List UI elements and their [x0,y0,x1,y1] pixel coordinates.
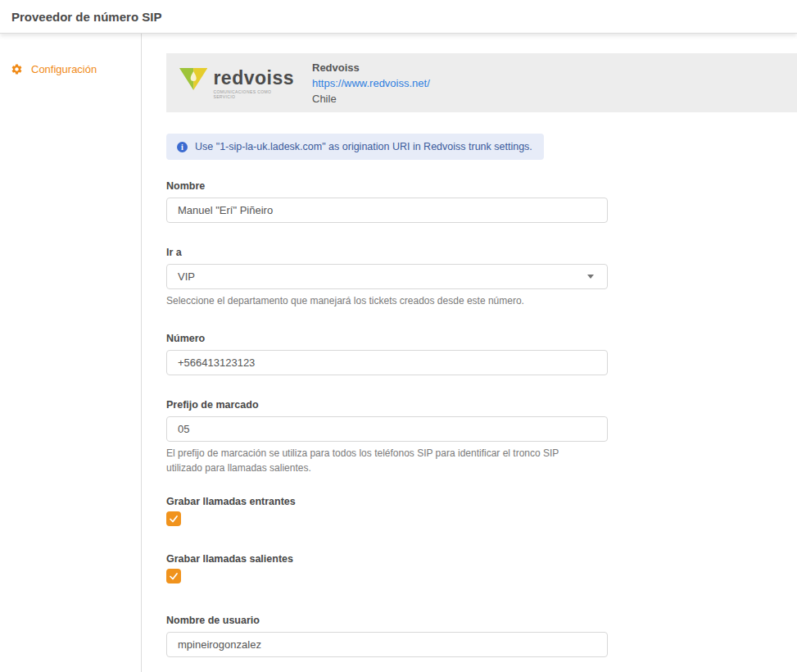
layout: Configuración redvoiss COMUNICACIONES CO… [0,34,797,672]
grabar-salientes-checkbox[interactable] [166,569,181,583]
redvoiss-logo-mark-icon [179,66,207,92]
info-icon: i [177,142,188,152]
sidebar-item-configuracion[interactable]: Configuración [0,63,141,75]
ir-a-select[interactable]: VIP [166,264,608,289]
provider-banner: redvoiss COMUNICACIONES COMO SERVICIO Re… [166,53,797,112]
origination-uri-alert: i Use "1-sip-la-uk.ladesk.com" as origin… [166,134,544,160]
ir-a-selected-value: VIP [178,270,195,283]
prefijo-label: Prefijo de marcado [166,399,608,411]
page-title: Proveedor de número SIP [11,10,161,24]
numero-input[interactable] [166,350,608,375]
field-usuario: Nombre de usuario [166,615,608,657]
redvoiss-logo-text: redvoiss COMUNICACIONES COMO SERVICIO [213,69,294,99]
nombre-input[interactable] [166,198,608,223]
chevron-down-icon [587,275,594,279]
check-icon [169,514,179,524]
check-icon [169,571,179,581]
main-panel: redvoiss COMUNICACIONES COMO SERVICIO Re… [142,34,797,672]
provider-name: Redvoiss [312,60,430,75]
sidebar-item-label: Configuración [31,63,97,75]
sidebar: Configuración [0,34,142,672]
field-prefijo: Prefijo de marcado El prefijo de marcaci… [166,399,608,476]
field-grabar-entrantes: Grabar llamadas entrantes [166,496,608,526]
logo-tagline: COMUNICACIONES COMO SERVICIO [213,89,294,99]
grabar-salientes-label: Grabar llamadas salientes [166,553,608,565]
usuario-input[interactable] [166,632,608,657]
field-ir-a: Ir a VIP Seleccione el departamento que … [166,247,608,309]
logo-wordmark: redvoiss [213,69,294,88]
usuario-label: Nombre de usuario [166,615,608,626]
form-content: i Use "1-sip-la-uk.ladesk.com" as origin… [166,112,608,657]
ir-a-helper-text: Seleccione el departamento que manejará … [166,293,596,309]
provider-country: Chile [312,91,430,107]
gear-icon [11,63,23,75]
prefijo-input[interactable] [166,416,608,442]
field-numero: Número [166,333,608,375]
field-grabar-salientes: Grabar llamadas salientes [166,553,608,583]
numero-label: Número [166,333,608,344]
redvoiss-logo: redvoiss COMUNICACIONES COMO SERVICIO [179,66,294,99]
provider-info: Redvoiss https://www.redvoiss.net/ Chile [312,60,430,107]
ir-a-label: Ir a [166,247,608,258]
nombre-label: Nombre [166,180,608,192]
field-nombre: Nombre [166,180,608,223]
prefijo-helper-text: El prefijo de marcación se utiliza para … [166,446,596,476]
grabar-entrantes-checkbox[interactable] [166,511,181,526]
provider-url-link[interactable]: https://www.redvoiss.net/ [312,75,430,91]
grabar-entrantes-label: Grabar llamadas entrantes [166,496,608,507]
alert-text: Use "1-sip-la-uk.ladesk.com" as originat… [195,141,532,152]
page-header: Proveedor de número SIP [0,0,797,34]
